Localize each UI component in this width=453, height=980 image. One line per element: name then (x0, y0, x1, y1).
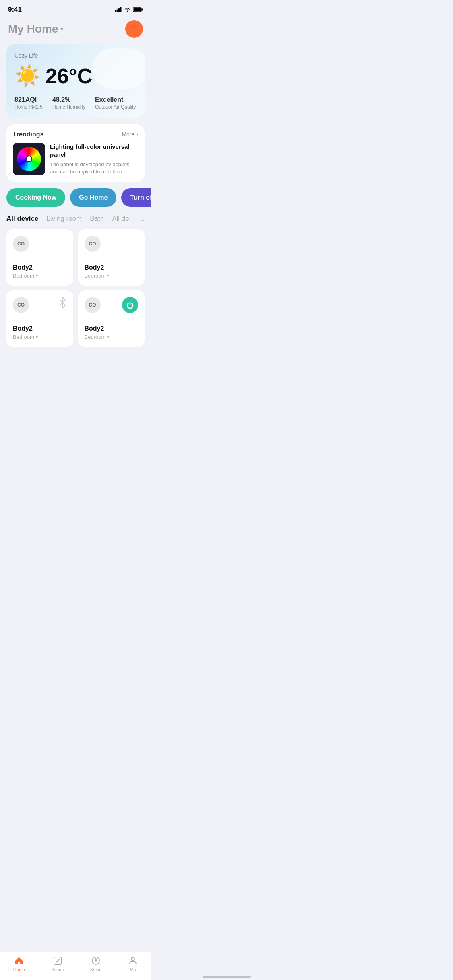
scene-row: Cooking Now Go Home Turn off the ligh (0, 188, 151, 215)
power-icon (126, 301, 134, 309)
trending-text: Lighting full-color universal panel The … (50, 143, 138, 175)
turn-off-button[interactable]: Turn off the ligh (121, 188, 151, 207)
aqi-value: 821AQI (14, 96, 43, 103)
device-name-area: Body2 Bedroom ▾ (13, 325, 67, 340)
temperature: 26°C (46, 64, 92, 88)
device-location: Bedroom ▾ (85, 273, 139, 279)
home-title-group[interactable]: My Home ▾ (8, 23, 63, 35)
device-co-icon: CO (13, 297, 29, 313)
device-location: Bedroom ▾ (13, 334, 67, 340)
weather-stat-humidity: 48.2% Home Humidity (52, 96, 85, 110)
svg-rect-0 (115, 10, 116, 12)
more-link[interactable]: More › (122, 131, 138, 138)
status-time: 9:41 (8, 6, 22, 14)
status-bar: 9:41 (0, 0, 151, 17)
weather-stats: 821AQI Home PM2.5 48.2% Home Humidity Ex… (14, 96, 137, 110)
add-button[interactable]: + (125, 20, 143, 38)
svg-rect-1 (117, 10, 118, 12)
wifi-icon (124, 7, 130, 12)
svg-rect-6 (134, 8, 141, 11)
device-grid: CO Body2 Bedroom ▾ CO Body2 Bedroom ▾ CO… (0, 229, 151, 387)
aqi-label: Home PM2.5 (14, 104, 43, 110)
weather-card: Cozy Life ☀️ 26°C 821AQI Home PM2.5 48.2… (6, 44, 145, 118)
trending-item-desc: The panel is developed by applets and ca… (50, 161, 138, 175)
device-co-icon: CO (13, 236, 29, 252)
sun-icon: ☀️ (14, 64, 41, 88)
cloud-decoration (92, 48, 145, 89)
tab-all-device[interactable]: All device (6, 215, 38, 224)
header: My Home ▾ + (0, 17, 151, 44)
signal-icon (115, 7, 122, 12)
device-name: Body2 (85, 264, 139, 271)
device-card[interactable]: CO Body2 Bedroom ▾ (6, 229, 73, 286)
chevron-down-icon: ▾ (107, 335, 109, 339)
more-label: More (122, 131, 134, 138)
device-room-label: Bedroom (85, 334, 106, 340)
trending-item-title: Lighting full-color universal panel (50, 143, 138, 159)
humidity-label: Home Humidity (52, 104, 85, 110)
device-card[interactable]: CO Body2 Bedroom ▾ (6, 290, 73, 347)
weather-stat-air: Excellent Outdoor Air Quality (95, 96, 136, 110)
device-card[interactable]: CO Body2 Bedroom ▾ (78, 290, 145, 347)
go-home-button[interactable]: Go Home (70, 188, 116, 207)
chevron-down-icon: ▾ (36, 335, 38, 339)
color-wheel-icon (17, 147, 41, 171)
device-bluetooth-action (58, 297, 67, 310)
svg-rect-2 (118, 8, 120, 12)
humidity-value: 48.2% (52, 96, 85, 103)
chevron-right-icon: › (136, 131, 138, 138)
tab-bath[interactable]: Bath (90, 215, 104, 224)
device-room-label: Bedroom (85, 273, 106, 279)
battery-icon (133, 7, 143, 12)
trending-item[interactable]: Lighting full-color universal panel The … (13, 143, 138, 175)
device-room-label: Bedroom (13, 334, 34, 340)
chevron-down-icon: ▾ (36, 274, 38, 278)
status-icons (115, 7, 143, 12)
device-tabs: All device Living room Bath All de ··· (0, 215, 151, 229)
air-label: Outdoor Air Quality (95, 104, 136, 110)
weather-stat-aqi: 821AQI Home PM2.5 (14, 96, 43, 110)
device-room-label: Bedroom (13, 273, 34, 279)
device-name: Body2 (13, 264, 67, 271)
power-button[interactable] (122, 297, 138, 313)
tab-living-room[interactable]: Living room (46, 215, 82, 224)
tab-all-de[interactable]: All de (112, 215, 129, 224)
device-name-area: Body2 Bedroom ▾ (85, 325, 139, 340)
device-location: Bedroom ▾ (13, 273, 67, 279)
device-co-icon: CO (85, 297, 101, 313)
trendings-title: Trendings (13, 131, 43, 138)
trending-thumbnail (13, 143, 45, 175)
trendings-header: Trendings More › (13, 131, 138, 138)
chevron-down-icon: ▾ (107, 274, 109, 278)
device-location: Bedroom ▾ (85, 334, 139, 340)
device-power-action[interactable] (122, 297, 138, 313)
tab-more-icon[interactable]: ··· (138, 215, 145, 224)
home-title: My Home (8, 23, 58, 35)
device-co-icon: CO (85, 236, 101, 252)
device-name: Body2 (85, 325, 139, 332)
cooking-now-button[interactable]: Cooking Now (6, 188, 65, 207)
svg-rect-3 (120, 7, 122, 12)
air-value: Excellent (95, 96, 136, 103)
bluetooth-icon (58, 297, 67, 308)
device-name: Body2 (13, 325, 67, 332)
trendings-card: Trendings More › Lighting full-color uni… (6, 124, 145, 182)
chevron-down-icon: ▾ (60, 26, 63, 32)
device-card[interactable]: CO Body2 Bedroom ▾ (78, 229, 145, 286)
svg-rect-5 (142, 9, 143, 11)
